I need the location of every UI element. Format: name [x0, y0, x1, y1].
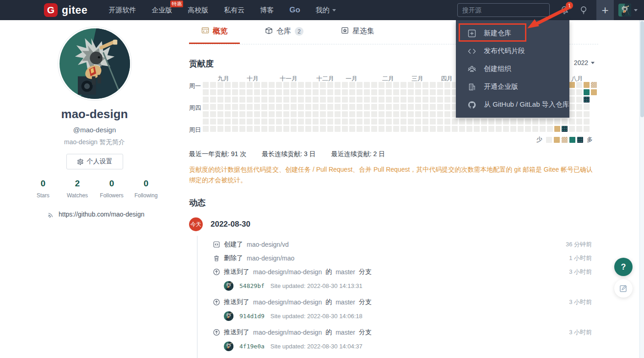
contribution-cell: [217, 119, 223, 125]
contribution-cell: [261, 104, 267, 110]
contribution-cell: [400, 97, 406, 103]
feedback-button[interactable]: [614, 279, 633, 298]
year-selector[interactable]: 2022: [574, 59, 595, 66]
user-avatar-menu[interactable]: [618, 4, 638, 16]
contribution-cell: [203, 89, 209, 95]
contribution-cell: [437, 82, 443, 88]
contribution-cell: [525, 126, 531, 132]
event-action-text: 创建了: [224, 240, 243, 249]
tab-repositories[interactable]: .tst{fill:none;stroke:#46505e;stroke-wid…: [253, 20, 316, 44]
nav-item-opensource[interactable]: 开源软件: [108, 6, 136, 15]
menu-item-enterprise[interactable]: .mst{fill:none;stroke:#aeb8c4;stroke-wid…: [456, 78, 569, 96]
create-new-button[interactable]: +: [596, 0, 614, 20]
contribution-cell: [335, 119, 341, 125]
profile-avatar[interactable]: [58, 27, 132, 101]
event-repo-link[interactable]: master: [336, 268, 355, 276]
contribution-cell: [474, 126, 480, 132]
stat-stars[interactable]: 0Stars: [26, 179, 60, 199]
contribution-cell: [239, 82, 245, 88]
nav-item-go[interactable]: Go: [289, 5, 300, 15]
contribution-cell: [408, 104, 414, 110]
nav-item-enterprise[interactable]: 企业版特惠: [152, 6, 172, 15]
personal-settings-button[interactable]: 个人设置: [66, 154, 123, 169]
event-repo-link[interactable]: mao-design/mao-design: [253, 268, 322, 276]
contribution-cell: [261, 89, 267, 95]
nav-item-mine[interactable]: 我的: [316, 6, 336, 15]
event-repo-link[interactable]: mao-design/mao-design: [253, 298, 322, 306]
today-badge: 今天: [189, 217, 203, 231]
event-timestamp: 1 小时前: [569, 254, 598, 262]
contribution-cell: [393, 104, 399, 110]
contribution-cell: [364, 111, 370, 117]
day-label: 周一: [189, 82, 201, 90]
contribution-cell: [342, 119, 348, 125]
stat-label: Following: [129, 192, 163, 199]
contribution-cell: [269, 119, 275, 125]
event-repo-link[interactable]: mao-design/mao: [247, 255, 294, 262]
tab-label: 仓库: [276, 27, 291, 36]
search-input[interactable]: [457, 3, 550, 17]
commit-hash[interactable]: 4f19e0a: [239, 343, 265, 350]
contribution-cell: [217, 126, 223, 132]
menu-item-new-snippet[interactable]: .mst{fill:none;stroke:#aeb8c4;stroke-wid…: [456, 42, 569, 60]
commit-hash[interactable]: 914d1d9: [239, 313, 265, 320]
commit-hash[interactable]: 54829bf: [239, 282, 265, 289]
contribution-cell: [554, 126, 560, 132]
contribution-cell: [386, 119, 392, 125]
push-icon: .est{fill:none;stroke:#5b6574;stroke-wid…: [213, 268, 220, 276]
nav-item-blog[interactable]: 博客: [260, 6, 274, 15]
stat-following[interactable]: 0Following: [129, 179, 163, 199]
menu-item-label: 发布代码片段: [484, 47, 525, 55]
contribution-cell: [437, 97, 443, 103]
page-scrollbar[interactable]: [639, 20, 644, 358]
notifications-button[interactable]: 1: [560, 5, 569, 15]
nav-item-private-cloud[interactable]: 私有云: [224, 6, 244, 15]
tab-count-badge: 2: [295, 27, 303, 36]
contribution-cell: [379, 111, 384, 117]
chevron-down-icon: [332, 9, 336, 11]
help-button[interactable]: ?: [614, 258, 633, 276]
tips-button[interactable]: [579, 5, 588, 15]
calendar-legend: 少 多: [203, 136, 598, 144]
event-repo-link[interactable]: mao-design/vd: [247, 241, 289, 248]
gitee-logo[interactable]: G gitee: [44, 3, 87, 17]
activity-event: .est{fill:none;stroke:#5b6574;stroke-wid…: [213, 356, 598, 358]
contribution-cell: [225, 104, 231, 110]
contribution-cell: [298, 119, 304, 125]
contribution-cell: [313, 111, 319, 117]
tab-label: 星选集: [352, 27, 374, 36]
contribution-cell: [283, 111, 289, 117]
contribution-cell: [569, 111, 575, 117]
profile-avatar-image: [60, 28, 130, 99]
legend-level-0: [546, 137, 552, 143]
event-repo-link[interactable]: master: [336, 298, 355, 306]
tab-label: 概览: [213, 27, 227, 36]
event-repo-link[interactable]: master: [336, 329, 355, 336]
event-action-text: 的: [325, 268, 332, 276]
nav-item-education[interactable]: 高校版: [188, 6, 208, 15]
menu-item-new-repo[interactable]: .mst{fill:none;stroke:#aeb8c4;stroke-wid…: [456, 24, 569, 42]
contribution-cell: [584, 89, 590, 95]
event-repo-link[interactable]: mao-design/mao-design: [253, 329, 322, 336]
contribution-cell: [305, 97, 311, 103]
profile-website[interactable]: https://github.com/mao-design: [0, 211, 189, 218]
tab-overview[interactable]: .tst{fill:none;stroke:#46505e;stroke-wid…: [189, 20, 240, 44]
stat-watches[interactable]: 2Watches: [60, 179, 95, 199]
menu-item-label: 创建组织: [484, 65, 511, 73]
contribution-cell: [357, 119, 363, 125]
contribution-cell: [342, 89, 348, 95]
contribution-cell: [342, 97, 348, 103]
contribution-cell: [239, 119, 245, 125]
stat-followers[interactable]: 0Followers: [95, 179, 129, 199]
overview-icon: .tst{fill:none;stroke:#46505e;stroke-wid…: [201, 27, 209, 36]
contribution-title: 贡献度: [189, 58, 214, 69]
contribution-note: 贡献度的统计数据包括代码提交、创建任务 / Pull Request、合并 Pu…: [189, 164, 597, 185]
legend-high-label: 多: [587, 136, 593, 144]
menu-item-import-repo[interactable]: .mst{fill:none;stroke:#aeb8c4;stroke-wid…: [456, 96, 569, 114]
contribution-cell: [357, 97, 363, 103]
user-avatar: [618, 4, 631, 16]
scrollbar-thumb[interactable]: [640, 21, 644, 117]
menu-item-new-org[interactable]: .mst{fill:none;stroke:#aeb8c4;stroke-wid…: [456, 60, 569, 78]
contribution-cell: [422, 119, 428, 125]
tab-star-collections[interactable]: .tst{fill:none;stroke:#46505e;stroke-wid…: [329, 20, 387, 44]
